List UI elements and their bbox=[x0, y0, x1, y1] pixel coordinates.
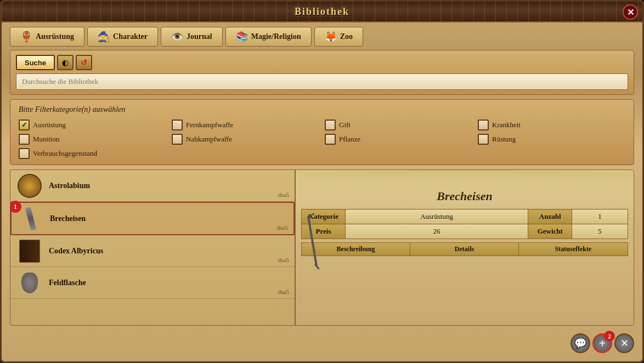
add-to-actor-button[interactable]: + 2 bbox=[592, 333, 612, 353]
astrolabium-icon bbox=[16, 173, 43, 198]
tab-ausruestung[interactable]: 🏺 Ausrüstung bbox=[10, 27, 84, 47]
main-content: Astrolabium dsa5 1 Brecheisen dsa5 bbox=[10, 169, 634, 326]
filter-munition[interactable]: Munition bbox=[19, 134, 166, 145]
statuseffekte-label: Statuseffekte bbox=[519, 243, 628, 256]
filter-ausruestung-checkbox[interactable] bbox=[19, 120, 30, 131]
charakter-tab-icon: 🧙 bbox=[98, 31, 110, 43]
window-title: Bibliothek bbox=[295, 6, 349, 18]
journal-tab-icon: 👁️ bbox=[171, 31, 183, 43]
list-item-brecheisen[interactable]: 1 Brecheisen dsa5 bbox=[10, 202, 295, 235]
astrolabium-source: dsa5 bbox=[278, 191, 289, 198]
anzahl-label: Anzahl bbox=[528, 209, 572, 224]
gewicht-label: Gewicht bbox=[528, 224, 572, 239]
corner-buttons: 💬 + 2 ✕ bbox=[570, 333, 634, 353]
feldflasche-icon bbox=[16, 270, 43, 295]
detail-item-illustration bbox=[304, 211, 320, 277]
filter-fernkampfwaffe[interactable]: Fernkampfwaffe bbox=[172, 120, 319, 131]
filter-nahkampfwaffe[interactable]: Nahkampfwaffe bbox=[172, 134, 319, 145]
brecheisen-name: Brecheisen bbox=[50, 214, 272, 223]
scroll-top-decoration bbox=[296, 170, 634, 181]
detail-table: Kategorie Ausrüstung Anzahl 1 Preis 26 G… bbox=[301, 209, 628, 239]
detail-title: Brecheisen bbox=[296, 181, 634, 209]
tab-zoo[interactable]: 🦊 Zoo bbox=[314, 27, 363, 47]
filter-krankheit-checkbox[interactable] bbox=[478, 120, 489, 131]
magie-tab-icon: 📚 bbox=[236, 31, 248, 43]
tab-journal[interactable]: 👁️ Journal bbox=[161, 27, 223, 47]
filter-munition-checkbox[interactable] bbox=[19, 134, 30, 145]
kategorie-value: Ausrüstung bbox=[346, 209, 528, 224]
close-detail-button[interactable]: ✕ bbox=[614, 333, 634, 353]
reset-filter-button[interactable]: ↺ bbox=[76, 55, 92, 70]
zoo-tab-label: Zoo bbox=[340, 32, 353, 41]
svg-line-1 bbox=[308, 214, 314, 217]
filter-fernkampfwaffe-checkbox[interactable] bbox=[172, 120, 183, 131]
filter-ruestung-label: Rüstung bbox=[492, 135, 516, 144]
charakter-tab-label: Charakter bbox=[113, 32, 148, 41]
details-label: Details bbox=[410, 243, 519, 256]
content-area: 🏺 Ausrüstung 🧙 Charakter 👁️ Journal 📚 Ma… bbox=[2, 22, 642, 361]
list-item-codex[interactable]: Codex Albyricus dsa5 bbox=[10, 235, 295, 267]
zoo-tab-icon: 🦊 bbox=[325, 31, 337, 43]
journal-tab-label: Journal bbox=[187, 32, 212, 41]
feldflasche-source: dsa5 bbox=[278, 288, 289, 295]
chat-button[interactable]: 💬 bbox=[570, 333, 590, 353]
filter-ausruestung-label: Ausrüstung bbox=[33, 121, 66, 129]
astrolabium-name: Astrolabium bbox=[49, 182, 273, 190]
list-item-astrolabium[interactable]: Astrolabium dsa5 bbox=[10, 170, 295, 202]
detail-footer: Beschreibung Details Statuseffekte bbox=[301, 242, 628, 256]
tab-bar: 🏺 Ausrüstung 🧙 Charakter 👁️ Journal 📚 Ma… bbox=[10, 22, 634, 50]
gewicht-value: 5 bbox=[572, 224, 628, 239]
codex-icon bbox=[16, 239, 43, 263]
filter-section: Bitte Filterkategorie(n) auswählen Ausrü… bbox=[10, 99, 634, 165]
close-detail-icon: ✕ bbox=[620, 337, 629, 349]
filter-nahkampfwaffe-label: Nahkampfwaffe bbox=[186, 135, 232, 144]
filter-verbrauch-label: Verbrauchsgegenstand bbox=[33, 149, 97, 158]
tab-magie[interactable]: 📚 Magie/Religion bbox=[225, 27, 312, 47]
filter-fernkampfwaffe-label: Fernkampfwaffe bbox=[186, 121, 233, 129]
anzahl-value: 1 bbox=[572, 209, 628, 224]
filter-pflanze[interactable]: Pflanze bbox=[325, 134, 472, 145]
tab-charakter[interactable]: 🧙 Charakter bbox=[87, 27, 158, 47]
window-close-button[interactable]: ✕ bbox=[623, 4, 638, 20]
search-tab-button[interactable]: Suche bbox=[16, 55, 55, 70]
brecheisen-badge: 1 bbox=[10, 201, 21, 213]
chat-icon: 💬 bbox=[574, 337, 586, 349]
filter-pflanze-checkbox[interactable] bbox=[325, 134, 336, 145]
filter-toggle-button[interactable]: ◐ bbox=[57, 55, 74, 70]
ausruestung-tab-icon: 🏺 bbox=[20, 31, 32, 43]
filter-ruestung[interactable]: Rüstung bbox=[478, 134, 625, 145]
filter-grid: Ausrüstung Fernkampfwaffe Gift Krankheit bbox=[19, 120, 625, 159]
search-input[interactable] bbox=[16, 73, 628, 90]
ausruestung-tab-label: Ausrüstung bbox=[36, 32, 74, 41]
filter-ruestung-checkbox[interactable] bbox=[478, 134, 489, 145]
filter-nahkampfwaffe-checkbox[interactable] bbox=[172, 134, 183, 145]
svg-line-0 bbox=[308, 217, 317, 266]
filter-pflanze-label: Pflanze bbox=[339, 135, 360, 144]
filter-verbrauch-checkbox[interactable] bbox=[19, 148, 30, 159]
search-buttons: Suche ◐ ↺ bbox=[16, 55, 628, 70]
brecheisen-source: dsa5 bbox=[277, 224, 288, 231]
filter-gift-label: Gift bbox=[339, 121, 351, 129]
search-area: Suche ◐ ↺ bbox=[10, 50, 634, 95]
filter-ausruestung[interactable]: Ausrüstung bbox=[19, 120, 166, 131]
codex-name: Codex Albyricus bbox=[49, 247, 273, 256]
filter-gift-checkbox[interactable] bbox=[325, 120, 336, 131]
title-bar: Bibliothek ✕ bbox=[2, 2, 642, 22]
preis-value: 26 bbox=[346, 224, 528, 239]
filter-munition-label: Munition bbox=[33, 135, 59, 144]
filter-krankheit[interactable]: Krankheit bbox=[478, 120, 625, 131]
detail-row-1: Kategorie Ausrüstung Anzahl 1 bbox=[302, 209, 628, 224]
brecheisen-icon bbox=[17, 206, 44, 231]
filter-verbrauch[interactable]: Verbrauchsgegenstand bbox=[19, 148, 166, 159]
filter-krankheit-label: Krankheit bbox=[492, 121, 521, 129]
filter-gift[interactable]: Gift bbox=[325, 120, 472, 131]
filter-title: Bitte Filterkategorie(n) auswählen bbox=[19, 105, 625, 114]
item-list: Astrolabium dsa5 1 Brecheisen dsa5 bbox=[10, 169, 295, 326]
main-window: Bibliothek ✕ 🏺 Ausrüstung 🧙 Charakter 👁️… bbox=[0, 0, 644, 363]
codex-source: dsa5 bbox=[278, 257, 289, 263]
magie-tab-label: Magie/Religion bbox=[251, 32, 301, 41]
feldflasche-name: Feldflasche bbox=[49, 279, 273, 287]
add-button-badge: 2 bbox=[604, 331, 615, 342]
list-item-feldflasche[interactable]: Feldflasche dsa5 bbox=[10, 267, 295, 299]
detail-panel: Brecheisen Kategorie Ausrüstung Anzahl bbox=[295, 169, 634, 326]
